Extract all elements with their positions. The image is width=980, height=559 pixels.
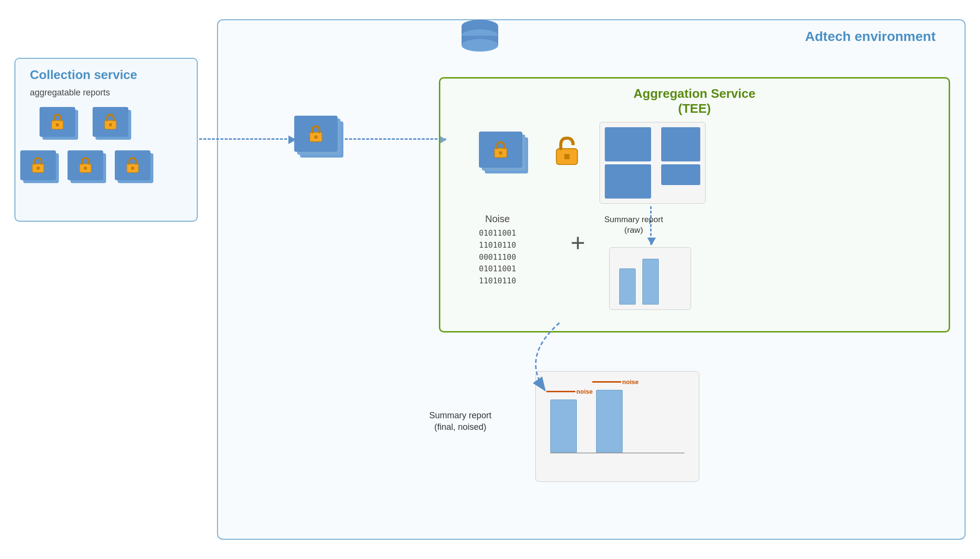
noise-section: Noise 01011001 11010110 00011100 0101100… <box>479 213 516 287</box>
agg-service-subtitle: (TEE) <box>634 101 756 116</box>
svg-rect-13 <box>499 151 502 154</box>
svg-rect-11 <box>314 135 317 138</box>
collection-doc-2 <box>93 107 131 140</box>
collection-doc-3 <box>20 150 59 183</box>
collection-doc-5 <box>115 150 153 183</box>
database-icon-container <box>458 19 502 60</box>
svg-rect-9 <box>131 167 134 170</box>
summary-report-raw-label-block: Summary report (raw) <box>604 214 663 236</box>
lock-icon <box>125 157 140 173</box>
summary-report-raw-sub: (raw) <box>604 225 663 236</box>
final-bar-1-fill <box>550 399 577 453</box>
noise-label: Noise <box>479 213 516 225</box>
lock-icon <box>50 114 65 130</box>
collection-service-box: Collection service aggregatable reports <box>14 58 198 222</box>
agg-service-box: Aggregation Service (TEE) <box>439 77 950 333</box>
noise-binary: 01011001 11010110 00011100 01011001 1101… <box>479 227 516 287</box>
raw-bar-chart-card <box>609 247 691 310</box>
lock-icon <box>31 157 45 173</box>
database-icon <box>458 19 502 58</box>
collection-doc-4 <box>68 150 106 183</box>
adtech-env-title: Adtech environment <box>805 29 936 44</box>
agg-service-title: Aggregation Service <box>634 86 756 101</box>
arrow-middle-to-agg <box>345 138 446 140</box>
svg-point-20 <box>462 39 498 52</box>
agg-service-title-block: Aggregation Service (TEE) <box>634 86 756 116</box>
plus-symbol: + <box>571 230 585 255</box>
summary-report-final-sub: (final, noised) <box>429 421 491 433</box>
unlock-icon-container <box>554 136 580 168</box>
curved-arrow-svg <box>497 318 690 405</box>
unlock-icon <box>554 136 580 166</box>
svg-rect-7 <box>84 167 87 170</box>
collection-doc-1 <box>40 107 78 140</box>
summary-report-final-label: Summary report <box>429 410 491 421</box>
svg-rect-5 <box>37 167 40 170</box>
lock-icon <box>493 141 508 159</box>
lock-icon <box>103 114 118 130</box>
diagram-container: Adtech environment Collection service ag… <box>14 19 966 540</box>
summary-report-final-label-block: Summary report (final, noised) <box>429 410 491 433</box>
collection-docs-row2 <box>20 150 153 183</box>
svg-rect-3 <box>109 123 112 126</box>
grid-report-card <box>599 122 706 204</box>
lock-icon <box>308 125 324 143</box>
summary-report-raw-label: Summary report <box>604 214 663 225</box>
lock-icon <box>78 157 93 173</box>
svg-rect-15 <box>564 154 570 159</box>
collection-service-title: Collection service <box>30 67 137 82</box>
collection-service-subtitle: aggregatable reports <box>30 88 110 98</box>
svg-rect-1 <box>56 123 59 126</box>
collection-docs-row1 <box>40 107 131 140</box>
final-bar-1: noise <box>550 399 577 453</box>
arrow-collection-to-middle <box>199 138 296 140</box>
